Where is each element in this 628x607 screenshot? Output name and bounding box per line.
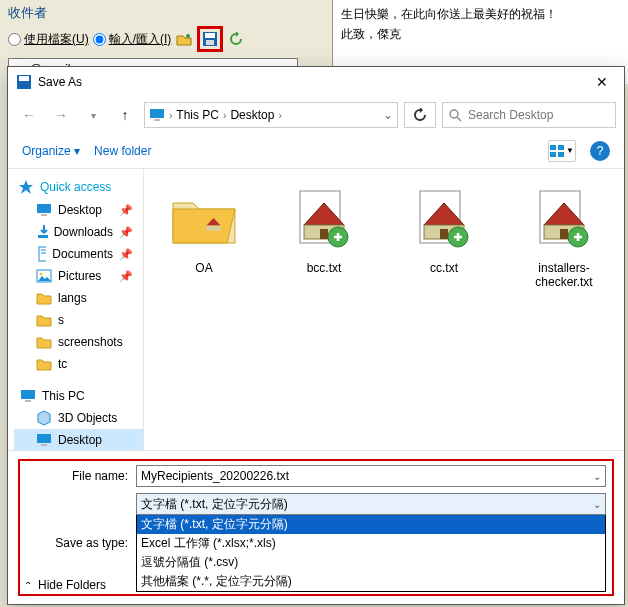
nav-item-desktop[interactable]: Desktop📌 — [14, 199, 143, 221]
nav-recent-button[interactable]: ▾ — [80, 102, 106, 128]
filetype-options[interactable]: 文字檔 (*.txt, 定位字元分隔)Excel 工作簿 (*.xlsx;*.x… — [136, 515, 606, 592]
save-as-dialog: Save As ✕ ← → ▾ ↑ › This PC › Desktop › … — [7, 66, 625, 605]
nav-item-downloads[interactable]: Downloads📌 — [14, 221, 143, 243]
svg-rect-5 — [19, 76, 29, 81]
crumb-dropdown-icon[interactable]: ⌄ — [383, 108, 393, 122]
tile-installers-checker.txt[interactable]: installers-checker.txt — [514, 183, 614, 290]
filename-input[interactable]: MyRecipients_20200226.txt⌄ — [136, 465, 606, 487]
svg-rect-37 — [560, 229, 568, 239]
nav-item-documents[interactable]: Documents📌 — [14, 243, 143, 265]
refresh-button[interactable] — [404, 102, 436, 128]
nav-back-button[interactable]: ← — [16, 102, 42, 128]
svg-rect-33 — [440, 229, 448, 239]
filetype-label: Save as type: — [26, 536, 136, 550]
nav-pc-item-3d objects[interactable]: 3D Objects — [14, 407, 143, 429]
tile-bcc.txt[interactable]: bcc.txt — [274, 183, 374, 275]
nav-this-pc[interactable]: This PC — [14, 385, 143, 407]
svg-rect-3 — [206, 40, 214, 45]
close-button[interactable]: ✕ — [588, 70, 616, 94]
search-input[interactable]: Search Desktop — [442, 102, 616, 128]
svg-rect-16 — [38, 235, 48, 238]
pin-icon: 📌 — [119, 204, 139, 217]
svg-rect-24 — [37, 434, 51, 443]
svg-rect-23 — [25, 400, 31, 402]
import-radio[interactable]: 輸入/匯入(I) — [93, 31, 172, 48]
new-folder-button[interactable]: New folder — [94, 144, 151, 158]
hide-folders-button[interactable]: ⌃Hide Folders — [24, 578, 106, 592]
organize-menu[interactable]: Organize ▾ — [22, 144, 80, 158]
file-grid[interactable]: OA bcc.txt cc.txt installers-checker.txt — [144, 169, 624, 450]
type-option-0[interactable]: 文字檔 (*.txt, 定位字元分隔) — [137, 515, 605, 534]
svg-point-0 — [186, 34, 190, 38]
filename-label: File name: — [26, 469, 136, 483]
breadcrumb[interactable]: › This PC › Desktop › ⌄ — [144, 102, 398, 128]
type-option-3[interactable]: 其他檔案 (*.*, 定位字元分隔) — [137, 572, 605, 591]
svg-rect-22 — [21, 390, 35, 399]
svg-point-8 — [450, 110, 458, 118]
nav-item-langs[interactable]: langs — [14, 287, 143, 309]
crumb-folder[interactable]: Desktop — [230, 108, 274, 122]
open-icon[interactable] — [175, 30, 193, 48]
recipient-label: 收件者 — [8, 4, 324, 22]
titlebar: Save As ✕ — [8, 67, 624, 97]
svg-rect-10 — [550, 145, 556, 150]
monitor-icon — [20, 388, 36, 404]
highlight-box: File name: MyRecipients_20200226.txt⌄ Sa… — [18, 459, 614, 596]
type-option-2[interactable]: 逗號分隔值 (*.csv) — [137, 553, 605, 572]
svg-rect-17 — [39, 247, 46, 261]
type-option-1[interactable]: Excel 工作簿 (*.xlsx;*.xls) — [137, 534, 605, 553]
svg-rect-25 — [41, 444, 47, 446]
svg-rect-14 — [37, 204, 51, 213]
nav-pc-item-desktop[interactable]: Desktop — [14, 429, 143, 450]
tile-OA[interactable]: OA — [154, 183, 254, 275]
refresh-icon[interactable] — [227, 30, 245, 48]
svg-rect-15 — [41, 214, 47, 216]
nav-forward-button: → — [48, 102, 74, 128]
nav-item-pictures[interactable]: Pictures📌 — [14, 265, 143, 287]
tile-cc.txt[interactable]: cc.txt — [394, 183, 494, 275]
nav-tree[interactable]: Quick access Desktop📌Downloads📌Documents… — [8, 169, 144, 450]
save-icon[interactable] — [201, 30, 219, 48]
svg-line-9 — [457, 117, 461, 121]
monitor-icon — [149, 107, 165, 123]
use-file-radio[interactable]: 使用檔案(U) — [8, 31, 89, 48]
star-icon — [18, 179, 34, 195]
save-button-highlight — [197, 26, 223, 52]
svg-rect-26 — [207, 226, 221, 231]
search-icon — [449, 109, 462, 122]
help-button[interactable]: ? — [590, 141, 610, 161]
view-mode-button[interactable]: ▼ — [548, 140, 576, 162]
svg-rect-6 — [150, 109, 164, 118]
svg-rect-7 — [154, 119, 160, 121]
svg-rect-2 — [205, 33, 215, 38]
pin-icon: 📌 — [119, 248, 139, 261]
dialog-title: Save As — [38, 75, 588, 89]
nav-item-tc[interactable]: tc — [14, 353, 143, 375]
nav-up-button[interactable]: ↑ — [112, 102, 138, 128]
filetype-dropdown[interactable]: 文字檔 (*.txt, 定位字元分隔)⌄ — [136, 493, 606, 515]
nav-item-screenshots[interactable]: screenshots — [14, 331, 143, 353]
svg-rect-29 — [320, 229, 328, 239]
pin-icon: 📌 — [119, 270, 139, 283]
nav-item-s[interactable]: s — [14, 309, 143, 331]
app-icon — [16, 74, 32, 90]
pin-icon: 📌 — [119, 226, 139, 239]
svg-rect-12 — [550, 152, 556, 157]
svg-point-21 — [40, 273, 43, 276]
svg-rect-13 — [558, 152, 564, 157]
crumb-pc[interactable]: This PC — [176, 108, 219, 122]
quick-access[interactable]: Quick access — [14, 175, 143, 199]
svg-rect-11 — [558, 145, 564, 150]
